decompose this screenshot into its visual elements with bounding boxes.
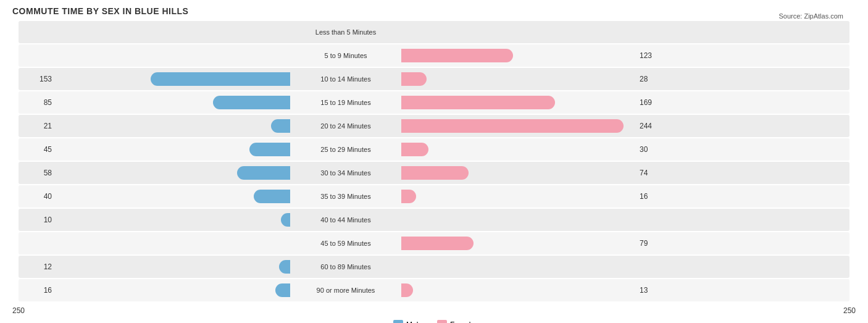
row-label: 40 to 44 Minutes (290, 216, 401, 224)
male-bar-container (56, 96, 290, 109)
legend-male-box (393, 320, 403, 323)
male-bar (151, 72, 290, 86)
female-bar (401, 283, 413, 297)
male-value: 16 (19, 286, 56, 295)
male-bar-container (56, 237, 290, 250)
male-value: 12 (19, 262, 56, 271)
female-bar-container (401, 72, 636, 86)
male-value: 85 (19, 98, 56, 107)
male-bar-container (56, 166, 290, 180)
table-row: 10 40 to 44 Minutes (19, 209, 849, 231)
table-row: 5 to 9 Minutes 123 (19, 44, 849, 67)
axis-left: 250 (12, 306, 49, 315)
row-label: 30 to 34 Minutes (290, 169, 401, 177)
female-bar-container (401, 25, 636, 39)
female-bar (401, 119, 624, 133)
axis-row: 250 250 (12, 304, 856, 317)
male-bar-container (56, 143, 290, 156)
chart-container: Less than 5 Minutes 5 to 9 Minutes 123 1… (12, 21, 856, 323)
female-bar-container (401, 166, 636, 180)
table-row: 16 90 or more Minutes 13 (19, 279, 849, 301)
legend-female-label: Female (450, 321, 475, 323)
female-bar (401, 237, 474, 250)
male-bar-container (56, 260, 290, 274)
female-bar (401, 49, 513, 62)
male-value: 21 (19, 122, 56, 130)
female-value: 74 (636, 169, 673, 177)
female-value: 13 (636, 286, 673, 295)
male-bar-container (56, 190, 290, 203)
female-value: 28 (636, 75, 673, 83)
row-label: 35 to 39 Minutes (290, 193, 401, 200)
male-bar-container (56, 49, 290, 62)
male-value: 153 (19, 75, 56, 83)
female-bar-container (401, 119, 636, 133)
male-bar (271, 119, 290, 133)
table-row: 45 25 to 29 Minutes 30 (19, 138, 849, 161)
row-label: 5 to 9 Minutes (290, 52, 401, 59)
female-bar-container (401, 96, 636, 109)
row-label: 15 to 19 Minutes (290, 99, 401, 106)
row-label: Less than 5 Minutes (290, 28, 401, 36)
female-bar-container (401, 237, 636, 250)
female-bar (401, 190, 416, 203)
female-value: 79 (636, 239, 673, 248)
table-row: 45 to 59 Minutes 79 (19, 232, 849, 254)
male-bar (254, 190, 290, 203)
male-bar (237, 166, 290, 180)
female-value: 123 (636, 51, 673, 60)
male-bar-container (56, 72, 290, 86)
table-row: 40 35 to 39 Minutes 16 (19, 185, 849, 208)
male-bar (281, 213, 290, 227)
female-bar-container (401, 143, 636, 156)
male-bar (213, 96, 290, 109)
legend: Male Female (12, 320, 856, 323)
chart-title: COMMUTE TIME BY SEX IN BLUE HILLS (12, 6, 856, 16)
female-bar (401, 96, 555, 109)
female-bar-container (401, 190, 636, 203)
row-label: 10 to 14 Minutes (290, 75, 401, 83)
table-row: 58 30 to 34 Minutes 74 (19, 162, 849, 184)
table-row: 12 60 to 89 Minutes (19, 256, 849, 278)
male-bar (279, 260, 290, 274)
female-bar (401, 166, 469, 180)
table-row: 85 15 to 19 Minutes 169 (19, 91, 849, 114)
row-label: 60 to 89 Minutes (290, 263, 401, 271)
source-label: Source: ZipAtlas.com (778, 12, 843, 20)
female-bar-container (401, 260, 636, 274)
table-row: 21 20 to 24 Minutes 244 (19, 115, 849, 137)
legend-female: Female (437, 320, 475, 323)
male-bar-container (56, 283, 290, 297)
chart-area: Less than 5 Minutes 5 to 9 Minutes 123 1… (12, 21, 856, 303)
female-bar-container (401, 213, 636, 227)
axis-right: 250 (819, 306, 856, 315)
male-bar-container (56, 213, 290, 227)
male-bar-container (56, 119, 290, 133)
male-bar (249, 143, 290, 156)
female-bar-container (401, 283, 636, 297)
male-value: 40 (19, 192, 56, 201)
female-value: 30 (636, 145, 673, 154)
female-bar (401, 143, 428, 156)
male-value: 58 (19, 169, 56, 177)
male-value: 10 (19, 216, 56, 224)
male-value: 45 (19, 145, 56, 154)
table-row: 153 10 to 14 Minutes 28 (19, 68, 849, 90)
row-label: 45 to 59 Minutes (290, 240, 401, 247)
legend-female-box (437, 320, 447, 323)
table-row: Less than 5 Minutes (19, 21, 849, 43)
female-bar (401, 72, 427, 86)
female-bar-container (401, 49, 636, 62)
row-label: 20 to 24 Minutes (290, 122, 401, 130)
female-value: 16 (636, 192, 673, 201)
male-bar (275, 283, 290, 297)
row-label: 25 to 29 Minutes (290, 146, 401, 153)
male-bar-container (56, 25, 290, 39)
legend-male: Male (393, 320, 422, 323)
legend-male-label: Male (406, 321, 422, 323)
row-label: 90 or more Minutes (290, 287, 401, 294)
female-value: 169 (636, 98, 673, 107)
female-value: 244 (636, 122, 673, 130)
